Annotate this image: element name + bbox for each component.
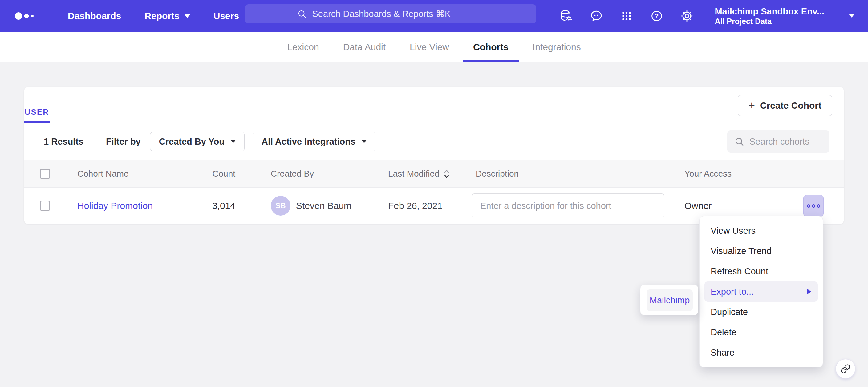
plus-icon: + (748, 100, 755, 111)
tab-user-cohorts[interactable]: USER (24, 108, 50, 123)
chevron-down-icon (185, 14, 190, 18)
search-icon (297, 9, 307, 19)
top-nav: Dashboards Reports Users (0, 0, 868, 32)
menu-item-delete[interactable]: Delete (700, 322, 823, 342)
row-checkbox[interactable] (40, 201, 50, 211)
cohort-search-input[interactable] (749, 137, 820, 147)
select-all-cell (40, 169, 77, 179)
submenu-arrow-icon (807, 289, 811, 294)
svg-text:?: ? (655, 12, 659, 20)
project-switcher[interactable]: Mailchimp Sandbox Env... All Project Dat… (715, 6, 824, 26)
create-cohort-button[interactable]: + Create Cohort (738, 95, 832, 116)
search-icon (734, 136, 744, 147)
global-search[interactable] (245, 4, 536, 23)
tab-live-view[interactable]: Live View (399, 32, 460, 62)
mixpanel-logo-icon[interactable] (13, 9, 43, 23)
tab-data-audit[interactable]: Data Audit (333, 32, 396, 62)
feedback-icon[interactable] (590, 9, 603, 23)
chevron-down-icon (362, 140, 367, 143)
more-dots-icon (807, 204, 810, 208)
col-last-modified[interactable]: Last Modified (388, 169, 472, 179)
created-by-cell: SB Steven Baum (264, 196, 388, 216)
nav-dashboards[interactable]: Dashboards (68, 11, 121, 21)
access-value: Owner (684, 201, 712, 211)
nav-right-cluster: ? Mailchimp Sandbox Env... All Project D… (559, 6, 855, 26)
card-header: USER + Create Cohort (24, 87, 844, 123)
menu-item-duplicate[interactable]: Duplicate (700, 302, 823, 322)
settings-gear-icon[interactable] (680, 9, 694, 23)
row-more-actions-button[interactable] (803, 195, 824, 217)
menu-item-view-users[interactable]: View Users (700, 220, 823, 241)
nav-users-label: Users (213, 11, 239, 21)
menu-item-refresh-count[interactable]: Refresh Count (700, 261, 823, 281)
help-icon[interactable]: ? (650, 9, 663, 23)
tab-lexicon[interactable]: Lexicon (277, 32, 329, 62)
results-count: 1 Results (44, 137, 84, 147)
avatar: SB (271, 196, 290, 216)
cohort-name-cell: Holiday Promotion (77, 201, 190, 211)
row-select-cell (40, 201, 77, 211)
nav-users[interactable]: Users (213, 11, 239, 21)
cohort-search[interactable] (727, 131, 830, 152)
data-tabs: Lexicon Data Audit Live View Cohorts Int… (0, 32, 868, 62)
filter-integrations[interactable]: All Active Integrations (253, 132, 375, 151)
col-count: Count (190, 169, 264, 179)
copy-link-fab[interactable] (836, 359, 856, 379)
col-description: Description (472, 169, 684, 179)
project-name: Mailchimp Sandbox Env... (715, 6, 824, 17)
sort-icon[interactable] (443, 169, 450, 179)
nav-dashboards-label: Dashboards (68, 11, 121, 21)
more-dots-icon (817, 204, 820, 208)
count-cell: 3,014 (190, 201, 264, 211)
menu-item-export-to[interactable]: Export to... (705, 281, 818, 302)
menu-item-share[interactable]: Share (700, 342, 823, 363)
create-cohort-label: Create Cohort (760, 100, 822, 111)
link-icon (841, 364, 850, 374)
filter-row: 1 Results Filter by Created By You All A… (24, 123, 844, 160)
apps-grid-icon[interactable] (620, 9, 633, 23)
last-modified-cell: Feb 26, 2021 (388, 201, 472, 211)
col-cohort-name: Cohort Name (77, 169, 190, 179)
export-submenu: Mailchimp (640, 285, 698, 315)
cohort-name-link[interactable]: Holiday Promotion (77, 201, 153, 211)
chevron-down-icon (231, 140, 236, 143)
tab-integrations[interactable]: Integrations (522, 32, 591, 62)
divider (95, 135, 95, 148)
access-cell: Owner (684, 201, 803, 211)
tab-cohorts[interactable]: Cohorts (463, 32, 519, 62)
filter-integrations-label: All Active Integrations (261, 137, 355, 147)
filter-created-by[interactable]: Created By You (150, 132, 245, 151)
global-search-input[interactable] (312, 9, 485, 19)
more-dots-icon (812, 204, 815, 208)
primary-nav: Dashboards Reports Users (68, 11, 239, 21)
submenu-item-mailchimp[interactable]: Mailchimp (647, 289, 693, 311)
col-created-by: Created By (264, 169, 388, 179)
nav-reports-label: Reports (145, 11, 179, 21)
select-all-checkbox[interactable] (40, 169, 50, 179)
nav-reports[interactable]: Reports (145, 11, 190, 21)
filter-created-by-label: Created By You (159, 137, 224, 147)
project-subtitle: All Project Data (715, 16, 824, 26)
table-header: Cohort Name Count Created By Last Modifi… (24, 160, 844, 188)
actions-cell (803, 195, 844, 217)
data-management-icon[interactable] (559, 9, 573, 23)
cohorts-card: USER + Create Cohort 1 Results Filter by… (24, 87, 844, 224)
row-context-menu: View Users Visualize Trend Refresh Count… (699, 216, 823, 367)
description-input[interactable] (472, 193, 664, 218)
filter-by-label: Filter by (106, 137, 141, 147)
description-cell (472, 193, 684, 218)
created-by-name: Steven Baum (296, 201, 351, 211)
menu-item-visualize-trend[interactable]: Visualize Trend (700, 241, 823, 261)
col-your-access: Your Access (684, 169, 803, 179)
project-chevron-down-icon[interactable] (849, 14, 855, 17)
